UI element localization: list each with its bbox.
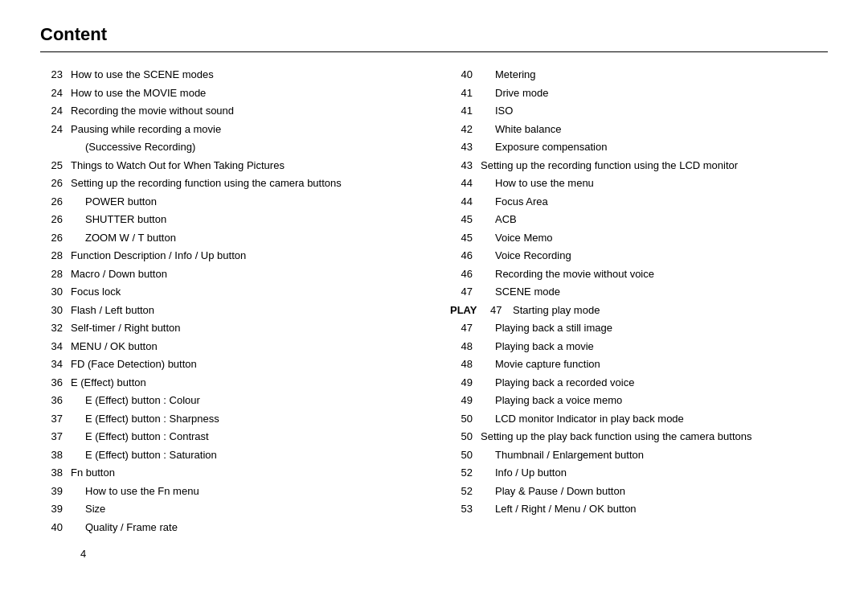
- toc-text: Thumbnail / Enlargement button: [481, 447, 828, 463]
- list-item: 34MENU / OK button: [40, 339, 418, 355]
- toc-text: (Successive Recording): [71, 139, 418, 155]
- toc-number: 41: [450, 103, 481, 119]
- left-column: 23How to use the SCENE modes24How to use…: [40, 67, 418, 537]
- toc-number: 28: [40, 266, 71, 282]
- toc-text: Playing back a voice memo: [481, 392, 828, 409]
- toc-text: How to use the Fn menu: [71, 483, 418, 499]
- list-item: 37E (Effect) button : Contrast: [40, 429, 418, 445]
- toc-number: 49: [450, 375, 481, 391]
- toc-text: E (Effect) button : Sharpness: [71, 411, 418, 427]
- right-column: 40Metering41Drive mode41ISO42White balan…: [450, 67, 828, 537]
- toc-number: 50: [450, 429, 481, 445]
- toc-number: 42: [450, 121, 481, 138]
- toc-number: 43: [450, 139, 481, 155]
- toc-number: 36: [40, 392, 71, 409]
- toc-number: 41: [450, 85, 481, 101]
- toc-number: 47: [450, 284, 481, 300]
- toc-text: Setting up the recording function using …: [481, 158, 828, 174]
- toc-text: Recording the movie without voice: [481, 266, 828, 282]
- toc-text: White balance: [481, 121, 828, 138]
- toc-number: 25: [40, 158, 71, 174]
- list-item: 40Metering: [450, 67, 828, 83]
- toc-number: 44: [450, 175, 481, 191]
- toc-text: Function Description / Info / Up button: [71, 248, 418, 264]
- toc-number: 36: [40, 375, 71, 391]
- play-section-row: PLAY47Starting play mode: [450, 302, 828, 318]
- page-title: Content: [40, 24, 828, 45]
- toc-number: 52: [450, 465, 481, 481]
- list-item: 39Size: [40, 501, 418, 517]
- toc-number: 28: [40, 248, 71, 264]
- toc-text: Movie capture function: [481, 356, 828, 372]
- toc-text: Setting up the play back function using …: [481, 429, 828, 445]
- list-item: 38Fn button: [40, 465, 418, 481]
- toc-number: 47: [450, 320, 481, 336]
- list-item: 52Play & Pause / Down button: [450, 483, 828, 499]
- toc-number: 37: [40, 411, 71, 427]
- list-item: 24Recording the movie without sound: [40, 103, 418, 119]
- list-item: 44Focus Area: [450, 194, 828, 210]
- toc-number: 50: [450, 447, 481, 463]
- toc-text: Left / Right / Menu / OK button: [481, 501, 828, 517]
- toc-text: How to use the menu: [481, 175, 828, 191]
- list-item: 36E (Effect) button: [40, 375, 418, 391]
- toc-text: Size: [71, 501, 418, 517]
- list-item: 52Info / Up button: [450, 465, 828, 481]
- list-item: 46Voice Recording: [450, 248, 828, 264]
- list-item: 26POWER button: [40, 194, 418, 210]
- list-item: 25Things to Watch Out for When Taking Pi…: [40, 158, 418, 174]
- list-item: 26Setting up the recording function usin…: [40, 175, 418, 191]
- list-item: 30Focus lock: [40, 284, 418, 300]
- toc-number: 26: [40, 175, 71, 191]
- toc-text: Voice Recording: [481, 248, 828, 264]
- toc-text: How to use the MOVIE mode: [71, 85, 418, 101]
- list-item: 49Playing back a voice memo: [450, 392, 828, 409]
- list-item: 32Self-timer / Right button: [40, 320, 418, 336]
- toc-number: 30: [40, 284, 71, 300]
- toc-number: 45: [450, 212, 481, 228]
- toc-text: Playing back a still image: [481, 320, 828, 336]
- toc-text: Pausing while recording a movie: [71, 121, 418, 138]
- toc-text: E (Effect) button: [71, 375, 418, 391]
- list-item: 30Flash / Left button: [40, 302, 418, 318]
- toc-text: Play & Pause / Down button: [481, 483, 828, 499]
- toc-number: 48: [450, 339, 481, 355]
- list-item: 39How to use the Fn menu: [40, 483, 418, 499]
- toc-number: 30: [40, 302, 71, 318]
- list-item: 36E (Effect) button : Colour: [40, 392, 418, 409]
- list-item: 41Drive mode: [450, 85, 828, 101]
- toc-number: 43: [450, 158, 481, 174]
- toc-number: 24: [40, 85, 71, 101]
- toc-text: Starting play mode: [513, 302, 828, 318]
- list-item: 40Quality / Frame rate: [40, 520, 418, 536]
- list-item: 42White balance: [450, 121, 828, 138]
- list-item: (Successive Recording): [40, 139, 418, 155]
- toc-number: 47: [490, 302, 513, 318]
- toc-text: How to use the SCENE modes: [71, 67, 418, 83]
- toc-number: 38: [40, 465, 71, 481]
- list-item: 34FD (Face Detection) button: [40, 356, 418, 372]
- list-item: 24How to use the MOVIE mode: [40, 85, 418, 101]
- list-item: 38E (Effect) button : Saturation: [40, 447, 418, 463]
- list-item: 50LCD monitor Indicator in play back mod…: [450, 411, 828, 427]
- content-layout: 23How to use the SCENE modes24How to use…: [40, 67, 828, 537]
- toc-text: Recording the movie without sound: [71, 103, 418, 119]
- list-item: 24Pausing while recording a movie: [40, 121, 418, 138]
- list-item: 48Playing back a movie: [450, 339, 828, 355]
- list-item: 28Macro / Down button: [40, 266, 418, 282]
- toc-text: Self-timer / Right button: [71, 320, 418, 336]
- list-item: 46Recording the movie without voice: [450, 266, 828, 282]
- play-section-label: PLAY: [450, 302, 490, 318]
- list-item: 28Function Description / Info / Up butto…: [40, 248, 418, 264]
- toc-text: Drive mode: [481, 85, 828, 101]
- toc-number: 53: [450, 501, 481, 517]
- toc-number: 50: [450, 411, 481, 427]
- list-item: 47SCENE mode: [450, 284, 828, 300]
- list-item: 50Setting up the play back function usin…: [450, 429, 828, 445]
- toc-text: Flash / Left button: [71, 302, 418, 318]
- toc-text: Quality / Frame rate: [71, 520, 418, 536]
- page-number: 4: [80, 548, 86, 560]
- toc-number: 34: [40, 356, 71, 372]
- toc-number: 24: [40, 121, 71, 138]
- toc-text: Info / Up button: [481, 465, 828, 481]
